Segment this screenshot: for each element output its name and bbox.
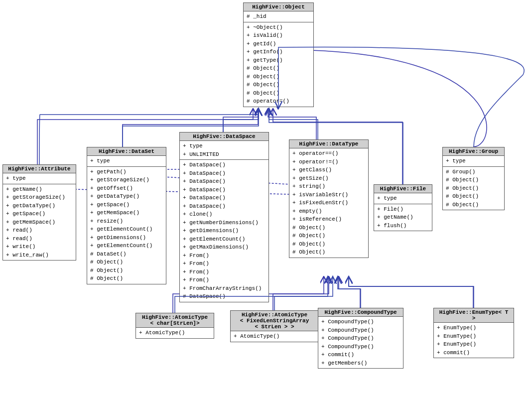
box-highfive-group-attrs: + type xyxy=(443,156,504,167)
box-highfive-group: HighFive::Group + type # Group() # Objec… xyxy=(442,147,505,210)
box-atomictype1: HighFive::AtomicType < char[StrLen]> + A… xyxy=(135,313,214,339)
box-highfive-dataspace-attrs: + type + UNLIMITED xyxy=(180,141,268,160)
box-highfive-attribute: HighFive::Attribute + type + getName() +… xyxy=(2,164,76,261)
box-atomictype1-methods: + AtomicType() xyxy=(136,328,214,338)
box-highfive-attribute-title: HighFive::Attribute xyxy=(3,165,76,173)
box-enumtype-methods: + EnumType() + EnumType() + EnumType() +… xyxy=(434,323,514,358)
uml-diagram: HighFive::Object # _hid + ~Object() + is… xyxy=(0,0,532,395)
attr-line: # _hid xyxy=(247,12,310,21)
box-highfive-file-methods: + File() + getName() + flush() xyxy=(374,204,432,231)
box-highfive-object-methods: + ~Object() + isValid() + getId() + getI… xyxy=(244,22,313,107)
box-highfive-attribute-methods: + getName() + getStorageSize() + getData… xyxy=(3,184,76,261)
box-compoundtype-methods: + CompoundType() + CompoundType() + Comp… xyxy=(318,317,403,368)
box-highfive-dataspace-methods: + DataSpace() + DataSpace() + DataSpace(… xyxy=(180,160,268,302)
box-highfive-file-title: HighFive::File xyxy=(374,185,432,193)
box-highfive-datatype-methods: + operator==() + operator!=() + getClass… xyxy=(289,148,368,258)
box-highfive-dataspace: HighFive::DataSpace + type + UNLIMITED +… xyxy=(179,132,269,302)
box-highfive-dataset-attrs: + type xyxy=(87,156,166,167)
box-atomictype2-methods: + AtomicType() xyxy=(231,331,318,342)
box-highfive-object-attrs: # _hid xyxy=(244,11,313,22)
box-highfive-datatype-title: HighFive::DataType xyxy=(289,140,368,148)
box-highfive-dataset-methods: + getPath() + getStorageSize() + getOffs… xyxy=(87,167,166,284)
box-highfive-dataspace-title: HighFive::DataSpace xyxy=(180,132,268,141)
box-highfive-group-methods: # Group() # Object() # Object() # Object… xyxy=(443,167,504,210)
box-atomictype2: HighFive::AtomicType < FixedLenStringArr… xyxy=(230,310,319,342)
box-highfive-object-title: HighFive::Object xyxy=(244,3,313,11)
box-highfive-dataset: HighFive::DataSet + type + getPath() + g… xyxy=(87,147,166,284)
box-highfive-attribute-attrs: + type xyxy=(3,173,76,184)
box-enumtype-title: HighFive::EnumType< T > xyxy=(434,308,514,323)
box-compoundtype: HighFive::CompoundType + CompoundType() … xyxy=(318,308,403,369)
box-highfive-file: HighFive::File + type + File() + getName… xyxy=(374,184,432,231)
box-highfive-datatype: HighFive::DataType + operator==() + oper… xyxy=(289,139,369,258)
box-highfive-file-attrs: + type xyxy=(374,193,432,204)
box-enumtype: HighFive::EnumType< T > + EnumType() + E… xyxy=(433,308,514,358)
box-atomictype1-title: HighFive::AtomicType < char[StrLen]> xyxy=(136,313,214,328)
box-highfive-object: HighFive::Object # _hid + ~Object() + is… xyxy=(243,2,314,107)
box-highfive-dataset-title: HighFive::DataSet xyxy=(87,147,166,156)
box-compoundtype-title: HighFive::CompoundType xyxy=(318,308,403,317)
box-highfive-group-title: HighFive::Group xyxy=(443,147,504,156)
box-atomictype2-title: HighFive::AtomicType < FixedLenStringArr… xyxy=(231,311,318,331)
